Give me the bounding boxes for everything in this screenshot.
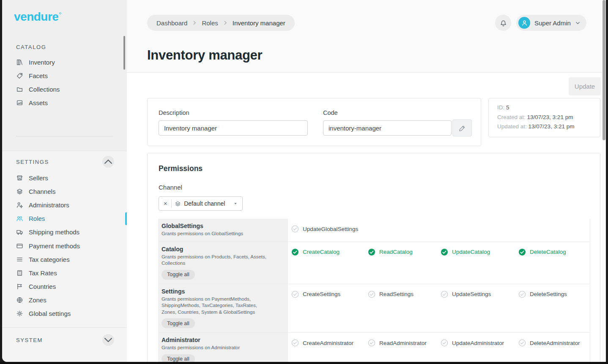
settings-collapse-button[interactable] bbox=[102, 156, 114, 168]
sidebar-item-facets[interactable]: Facets bbox=[2, 69, 127, 82]
permission-label: UpdateCatalog bbox=[452, 249, 490, 255]
gear-icon bbox=[16, 310, 23, 317]
window-frame-left bbox=[0, 0, 2, 364]
window-frame-right bbox=[606, 0, 608, 364]
permission-checkbox-updatesettings[interactable]: UpdateSettings bbox=[441, 290, 518, 299]
sidebar-item-shipping-methods[interactable]: Shipping methods bbox=[2, 225, 127, 239]
permission-checkbox-createadministrator[interactable]: CreateAdministrator bbox=[291, 339, 368, 347]
sidebar-item-global-settings[interactable]: Global settings bbox=[2, 307, 127, 321]
breadcrumb-item-roles[interactable]: Roles bbox=[202, 19, 218, 27]
update-button[interactable]: Update bbox=[569, 77, 601, 95]
sidebar-item-label: Collections bbox=[29, 86, 60, 93]
trademark-icon bbox=[59, 12, 61, 14]
breadcrumb-item-inventory-manager: Inventory manager bbox=[233, 19, 285, 27]
sidebar-item-tax-categories[interactable]: Tax categories bbox=[2, 253, 127, 266]
permission-label: ReadCatalog bbox=[379, 249, 413, 255]
sidebar-item-administrators[interactable]: Administrators bbox=[2, 198, 127, 212]
list-icon bbox=[16, 256, 23, 263]
permission-label: DeleteCatalog bbox=[530, 249, 566, 255]
person-icon bbox=[521, 19, 528, 27]
chevron-up-icon bbox=[102, 156, 114, 168]
chevron-down-icon bbox=[575, 20, 581, 26]
globe-icon bbox=[16, 296, 23, 304]
permission-checkbox-deletecatalog[interactable]: DeleteCatalog bbox=[518, 248, 590, 256]
permission-checkbox-updateadministrator[interactable]: UpdateAdministrator bbox=[441, 339, 518, 347]
permission-row-header: SettingsGrants permissions on PaymentMet… bbox=[158, 284, 288, 333]
code-input[interactable] bbox=[323, 120, 452, 136]
sidebar-divider bbox=[16, 136, 113, 136]
code-label: Code bbox=[323, 109, 338, 116]
toggle-all-button[interactable]: Toggle all bbox=[162, 318, 195, 328]
sidebar-item-sellers[interactable]: Sellers bbox=[2, 171, 127, 185]
section-label-catalog: CATALOG bbox=[16, 44, 46, 50]
role-detail-card: Description Code bbox=[147, 98, 481, 146]
settings-section: SETTINGS SellersChannelsAdministratorsRo… bbox=[2, 151, 127, 327]
permission-label: CreateSettings bbox=[303, 291, 340, 297]
permission-checkbox-deletesettings[interactable]: DeleteSettings bbox=[518, 290, 590, 299]
check-circle-icon bbox=[291, 339, 299, 347]
permission-checkbox-readsettings[interactable]: ReadSettings bbox=[368, 290, 441, 299]
check-circle-checked-icon bbox=[368, 248, 375, 256]
sidebar-item-collections[interactable]: Collections bbox=[2, 82, 127, 96]
permission-checkbox-createcatalog[interactable]: CreateCatalog bbox=[291, 248, 368, 256]
layers-icon bbox=[16, 188, 23, 195]
admin-icon bbox=[16, 201, 23, 209]
permission-label: DeleteSettings bbox=[530, 291, 567, 297]
app-logo-text: vendure bbox=[14, 10, 58, 24]
check-circle-icon bbox=[368, 339, 375, 347]
permission-checkbox-readcatalog[interactable]: ReadCatalog bbox=[368, 248, 441, 256]
permissions-heading: Permissions bbox=[159, 164, 203, 173]
channel-select[interactable]: × Default channel bbox=[159, 196, 243, 211]
sidebar-item-label: Tax Rates bbox=[29, 269, 57, 277]
permission-checkbox-readadministrator[interactable]: ReadAdministrator bbox=[368, 339, 441, 347]
sidebar-item-roles[interactable]: Roles bbox=[2, 212, 127, 225]
check-circle-icon bbox=[291, 225, 299, 233]
permission-checkbox-createsettings[interactable]: CreateSettings bbox=[291, 290, 368, 299]
main-scrollbar-thumb[interactable] bbox=[603, 0, 605, 140]
permission-row-settings: SettingsGrants permissions on PaymentMet… bbox=[158, 284, 590, 333]
check-circle-icon bbox=[441, 291, 448, 298]
breadcrumb-item-dashboard[interactable]: Dashboard bbox=[156, 19, 187, 27]
toggle-all-button[interactable]: Toggle all bbox=[162, 354, 195, 362]
sidebar-item-zones[interactable]: Zones bbox=[2, 293, 127, 307]
users-icon bbox=[16, 215, 23, 222]
permission-group-name: Catalog bbox=[162, 246, 281, 253]
sidebar-item-channels[interactable]: Channels bbox=[2, 185, 127, 198]
user-menu[interactable]: Super Admin bbox=[516, 15, 586, 31]
edit-code-button[interactable] bbox=[452, 120, 472, 136]
sidebar-item-tax-rates[interactable]: Tax Rates bbox=[2, 266, 127, 280]
sidebar-item-label: Countries bbox=[29, 283, 56, 290]
permission-group-name: Settings bbox=[162, 288, 281, 295]
truck-icon bbox=[16, 228, 23, 236]
inventory-icon bbox=[16, 59, 23, 66]
entity-info-card: ID: 5 Created at: 13/07/23, 3:21 pm Upda… bbox=[488, 98, 600, 137]
permissions-card: Permissions Channel × Default channel Gl… bbox=[147, 153, 600, 362]
user-name: Super Admin bbox=[534, 19, 571, 27]
sidebar-item-label: Facets bbox=[29, 72, 48, 79]
permission-items: CreateCatalogReadCatalogUpdateCatalogDel… bbox=[288, 242, 590, 284]
channel-value: Default channel bbox=[184, 200, 225, 207]
app-logo[interactable]: vendure bbox=[14, 10, 61, 24]
permission-group-name: GlobalSettings bbox=[162, 223, 281, 229]
credit-card-icon bbox=[16, 242, 23, 250]
sidebar-item-payment-methods[interactable]: Payment methods bbox=[2, 239, 127, 253]
toggle-all-button[interactable]: Toggle all bbox=[162, 270, 195, 280]
chevron-down-icon bbox=[102, 334, 114, 346]
permission-label: ReadAdministrator bbox=[379, 340, 427, 346]
sidebar-item-label: Inventory bbox=[29, 59, 55, 66]
sidebar: vendure CATALOG InventoryFacetsCollectio… bbox=[2, 0, 127, 362]
description-input[interactable] bbox=[159, 120, 308, 136]
permission-checkbox-updateglobalsettings[interactable]: UpdateGlobalSettings bbox=[291, 225, 368, 233]
sidebar-item-assets[interactable]: Assets bbox=[2, 96, 127, 110]
system-collapse-button[interactable] bbox=[102, 334, 114, 346]
permission-checkbox-deleteadministrator[interactable]: DeleteAdministrator bbox=[518, 339, 590, 347]
sidebar-item-label: Global settings bbox=[29, 310, 71, 317]
permission-checkbox-updatecatalog[interactable]: UpdateCatalog bbox=[441, 248, 518, 256]
clear-icon[interactable]: × bbox=[162, 200, 168, 207]
notifications-button[interactable] bbox=[495, 15, 511, 31]
flag-icon bbox=[16, 283, 23, 290]
check-circle-icon bbox=[368, 291, 375, 298]
sidebar-item-inventory[interactable]: Inventory bbox=[2, 55, 127, 69]
sidebar-item-countries[interactable]: Countries bbox=[2, 280, 127, 293]
check-circle-checked-icon bbox=[441, 248, 448, 256]
